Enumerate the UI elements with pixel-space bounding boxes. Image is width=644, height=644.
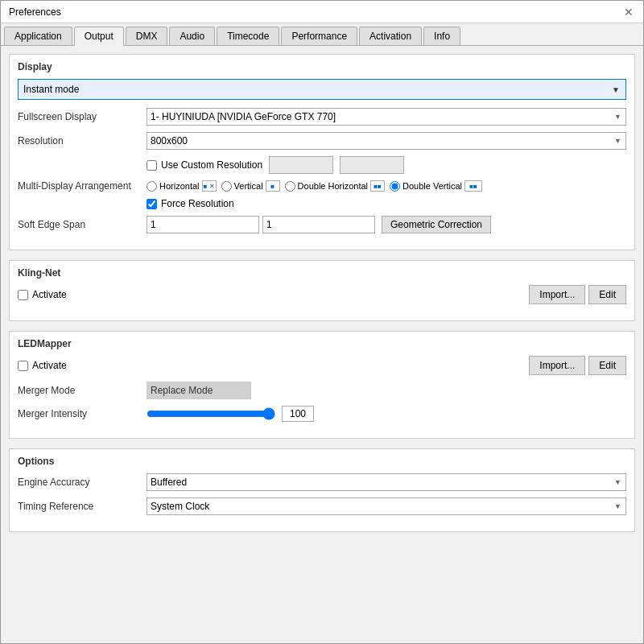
double-horizontal-option: Double Horizontal ■■ xyxy=(285,180,385,192)
kling-net-activate-group: Activate xyxy=(18,289,67,300)
force-resolution-label: Force Resolution xyxy=(161,198,234,209)
fullscreen-display-group: Fullscreen Display 1- HUYINIUDA [NVIDIA … xyxy=(18,108,626,126)
instant-mode-dropdown-wrapper[interactable]: Instant mode xyxy=(18,79,626,100)
led-mapper-edit-button[interactable]: Edit xyxy=(588,356,626,375)
merger-mode-label: Merger Mode xyxy=(18,385,147,396)
horizontal-radio[interactable] xyxy=(147,181,157,192)
content-area: Display Instant mode Fullscreen Display … xyxy=(1,46,643,643)
merger-mode-select[interactable]: Replace Mode xyxy=(147,382,251,399)
horizontal-option: Horizontal ■ ✕ xyxy=(147,180,217,192)
vertical-option: Vertical ■ xyxy=(221,180,280,192)
force-resolution-checkbox[interactable] xyxy=(147,199,157,209)
custom-res-checkbox[interactable] xyxy=(147,160,157,171)
tab-dmx[interactable]: DMX xyxy=(126,27,168,45)
custom-res-checkbox-group: Use Custom Resolution xyxy=(147,159,262,171)
vertical-radio[interactable] xyxy=(221,181,232,192)
merger-intensity-row: Merger Intensity xyxy=(18,406,626,422)
close-button[interactable]: ✕ xyxy=(622,6,635,19)
kling-net-section: Kling-Net Activate Import... Edit xyxy=(9,260,635,321)
multi-display-label: Multi-Display Arrangement xyxy=(18,180,147,192)
vertical-label: Vertical xyxy=(234,181,263,191)
merger-intensity-label: Merger Intensity xyxy=(18,408,147,419)
kling-net-activate-label: Activate xyxy=(32,289,67,300)
tab-info[interactable]: Info xyxy=(423,27,460,45)
fullscreen-select[interactable]: 1- HUYINIUDA [NVIDIA GeForce GTX 770] xyxy=(147,108,626,126)
soft-edge-input-1[interactable] xyxy=(147,216,259,233)
double-horizontal-icon: ■■ xyxy=(370,180,385,192)
tab-audio[interactable]: Audio xyxy=(169,27,215,45)
soft-edge-input-2[interactable] xyxy=(262,216,375,233)
title-bar: Preferences ✕ xyxy=(1,1,643,23)
fullscreen-label: Fullscreen Display xyxy=(18,111,147,122)
instant-mode-select[interactable]: Instant mode xyxy=(18,79,626,100)
tab-output[interactable]: Output xyxy=(74,27,124,46)
display-section: Display Instant mode Fullscreen Display … xyxy=(9,54,635,250)
horizontal-label: Horizontal xyxy=(159,181,200,191)
timing-reference-group: Timing Reference System Clock xyxy=(18,497,626,515)
double-vertical-label: Double Vertical xyxy=(402,181,462,191)
custom-res-input-1[interactable] xyxy=(269,156,333,174)
led-mapper-activate-label: Activate xyxy=(32,360,67,371)
resolution-select-wrapper[interactable]: 800x600 xyxy=(147,132,626,150)
tab-application[interactable]: Application xyxy=(4,27,72,45)
merger-intensity-slider-container xyxy=(147,406,314,422)
tab-performance[interactable]: Performance xyxy=(281,27,357,45)
vertical-icon: ■ xyxy=(266,180,280,192)
led-mapper-section: LEDMapper Activate Import... Edit Merger… xyxy=(9,331,635,439)
resolution-group: Resolution 800x600 xyxy=(18,132,626,150)
double-vertical-icon: ■■ xyxy=(464,180,482,192)
kling-net-edit-button[interactable]: Edit xyxy=(588,285,626,304)
tabs-bar: Application Output DMX Audio Timecode Pe… xyxy=(1,23,643,46)
engine-accuracy-select[interactable]: Buffered xyxy=(147,473,626,491)
force-resolution-row: Force Resolution xyxy=(18,198,626,209)
display-title: Display xyxy=(18,61,626,72)
led-mapper-buttons: Import... Edit xyxy=(529,356,626,375)
engine-accuracy-group: Engine Accuracy Buffered xyxy=(18,473,626,491)
options-section: Options Engine Accuracy Buffered Timing … xyxy=(9,448,635,532)
double-vertical-radio[interactable] xyxy=(390,181,400,192)
options-title: Options xyxy=(18,456,626,467)
fullscreen-select-wrapper[interactable]: 1- HUYINIUDA [NVIDIA GeForce GTX 770] xyxy=(147,108,626,126)
force-res-checkbox-group: Force Resolution xyxy=(147,198,234,209)
double-horizontal-radio[interactable] xyxy=(285,181,295,192)
kling-net-import-button[interactable]: Import... xyxy=(529,285,585,304)
kling-net-buttons: Import... Edit xyxy=(529,285,626,304)
horizontal-icon: ■ ✕ xyxy=(202,180,217,192)
timing-reference-label: Timing Reference xyxy=(18,501,147,512)
led-mapper-activate-row: Activate Import... Edit xyxy=(18,356,626,375)
multi-display-options: Horizontal ■ ✕ Vertical ■ Double Horizon… xyxy=(147,180,482,192)
custom-res-label: Use Custom Resolution xyxy=(161,159,262,171)
multi-display-group: Multi-Display Arrangement Horizontal ■ ✕… xyxy=(18,180,626,192)
soft-edge-row: Soft Edge Span Geometric Correction xyxy=(18,216,626,233)
soft-edge-label: Soft Edge Span xyxy=(18,219,147,230)
engine-accuracy-label: Engine Accuracy xyxy=(18,477,147,488)
custom-res-input-2[interactable] xyxy=(340,156,404,174)
resolution-select[interactable]: 800x600 xyxy=(147,132,626,150)
double-horizontal-label: Double Horizontal xyxy=(298,181,368,191)
engine-accuracy-select-wrapper[interactable]: Buffered xyxy=(147,473,626,491)
preferences-window: Preferences ✕ Application Output DMX Aud… xyxy=(0,0,644,644)
double-vertical-option: Double Vertical ■■ xyxy=(390,180,482,192)
geometric-correction-button[interactable]: Geometric Correction xyxy=(382,216,491,233)
soft-edge-inputs: Geometric Correction xyxy=(147,216,626,233)
kling-net-checkbox[interactable] xyxy=(18,290,28,300)
timing-reference-select[interactable]: System Clock xyxy=(147,497,626,515)
kling-net-title: Kling-Net xyxy=(18,267,626,279)
led-mapper-activate-group: Activate xyxy=(18,360,67,371)
resolution-label: Resolution xyxy=(18,135,147,147)
merger-mode-row: Merger Mode Replace Mode xyxy=(18,382,626,399)
led-mapper-checkbox[interactable] xyxy=(18,361,28,371)
led-mapper-import-button[interactable]: Import... xyxy=(529,356,585,375)
tab-timecode[interactable]: Timecode xyxy=(217,27,279,45)
kling-net-activate-row: Activate Import... Edit xyxy=(18,285,626,304)
custom-resolution-group: Use Custom Resolution xyxy=(18,156,626,174)
timing-reference-select-wrapper[interactable]: System Clock xyxy=(147,497,626,515)
tab-activation[interactable]: Activation xyxy=(359,27,422,45)
merger-intensity-slider[interactable] xyxy=(147,407,275,421)
led-mapper-title: LEDMapper xyxy=(18,338,626,349)
merger-intensity-value[interactable] xyxy=(282,406,314,422)
window-title: Preferences xyxy=(9,6,61,18)
